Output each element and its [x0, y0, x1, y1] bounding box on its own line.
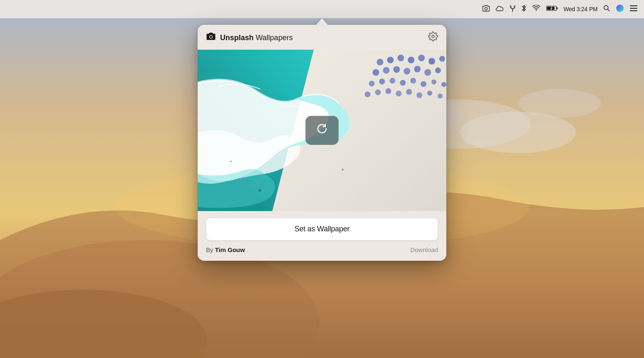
refresh-button[interactable] — [305, 116, 339, 145]
refresh-icon — [315, 121, 329, 139]
control-center-icon[interactable] — [630, 5, 637, 13]
svg-point-47 — [416, 92, 422, 98]
svg-rect-16 — [630, 10, 637, 11]
popup-footer: By Tim Gouw Download — [206, 246, 438, 253]
svg-point-21 — [387, 57, 394, 63]
svg-point-24 — [418, 55, 425, 61]
wallpaper-preview-image — [198, 50, 446, 211]
spotlight-icon[interactable] — [603, 5, 610, 13]
svg-point-34 — [369, 81, 375, 86]
svg-point-43 — [375, 89, 381, 95]
svg-point-30 — [404, 68, 410, 74]
svg-point-40 — [431, 79, 436, 84]
svg-point-35 — [379, 79, 385, 84]
svg-point-44 — [385, 88, 391, 94]
svg-point-29 — [393, 66, 400, 73]
svg-point-5 — [460, 112, 576, 153]
svg-point-33 — [435, 67, 441, 73]
popup-title-regular: Wallpapers — [254, 34, 293, 42]
svg-point-18 — [210, 36, 212, 38]
svg-point-52 — [230, 161, 232, 162]
menu-bar-time: Wed 3:24 PM — [564, 6, 598, 12]
siri-icon[interactable] — [616, 4, 624, 14]
popup-bottom-section: Set as Wallpaper By Tim Gouw Download — [198, 211, 446, 261]
attribution-prefix: By — [206, 246, 215, 253]
svg-point-41 — [441, 82, 446, 87]
svg-point-6 — [518, 89, 601, 118]
screenshot-icon[interactable] — [482, 5, 490, 13]
svg-point-20 — [377, 59, 383, 65]
svg-point-49 — [438, 94, 443, 99]
menu-bar: Wed 3:24 PM — [0, 0, 644, 18]
svg-point-23 — [408, 57, 414, 63]
cloud-icon[interactable] — [496, 5, 504, 13]
svg-point-46 — [406, 89, 412, 95]
bluetooth-icon[interactable] — [521, 5, 526, 14]
svg-point-36 — [390, 78, 395, 84]
author-name: Tim Gouw — [215, 246, 245, 253]
svg-rect-10 — [557, 7, 557, 10]
svg-point-48 — [427, 91, 432, 96]
svg-point-31 — [414, 66, 421, 72]
popup-title-bold: Unsplash — [220, 34, 254, 42]
svg-point-22 — [397, 55, 404, 61]
photo-attribution: By Tim Gouw — [206, 246, 245, 253]
svg-point-28 — [383, 67, 390, 74]
svg-point-32 — [424, 69, 431, 76]
set-as-wallpaper-button[interactable]: Set as Wallpaper — [206, 218, 438, 240]
svg-point-45 — [396, 91, 402, 96]
app-camera-icon — [206, 32, 216, 43]
svg-point-42 — [365, 91, 370, 97]
svg-point-39 — [421, 81, 426, 87]
battery-icon[interactable] — [546, 5, 558, 13]
popup-arrow — [316, 18, 328, 25]
svg-point-26 — [439, 56, 445, 62]
unsplash-wallpapers-popup: Unsplash Wallpapers — [198, 25, 446, 261]
fork-icon[interactable] — [510, 5, 516, 14]
svg-rect-14 — [630, 5, 637, 6]
download-link[interactable]: Download — [410, 246, 438, 253]
menubar-right-icons: Wed 3:24 PM — [482, 4, 637, 14]
svg-point-27 — [373, 69, 379, 76]
svg-point-37 — [400, 80, 406, 86]
svg-point-51 — [342, 169, 344, 171]
svg-point-8 — [484, 7, 487, 10]
wifi-icon[interactable] — [532, 5, 540, 13]
svg-point-38 — [410, 78, 416, 84]
svg-rect-15 — [630, 8, 637, 9]
svg-point-25 — [429, 58, 435, 65]
popup-header: Unsplash Wallpapers — [198, 25, 446, 50]
popup-header-left: Unsplash Wallpapers — [206, 32, 293, 43]
popup-title: Unsplash Wallpapers — [220, 34, 293, 42]
settings-gear-icon[interactable] — [428, 31, 438, 44]
svg-point-13 — [616, 5, 624, 12]
svg-point-50 — [259, 189, 261, 192]
